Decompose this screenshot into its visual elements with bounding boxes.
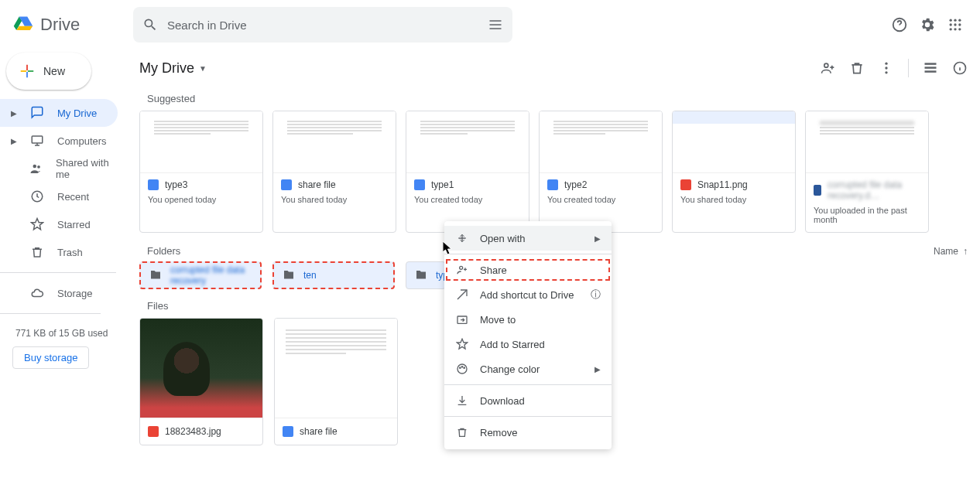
chevron-down-icon: ▼ xyxy=(199,64,207,73)
nav-label: Computers xyxy=(57,135,107,147)
app-name: Drive xyxy=(40,15,80,35)
suggested-card[interactable]: Snap11.pngYou shared today xyxy=(672,111,796,233)
nav-computers[interactable]: ▶ Computers xyxy=(0,127,118,155)
cm-move-to[interactable]: Move to xyxy=(444,307,612,332)
list-view-icon[interactable] xyxy=(923,60,938,76)
tune-icon[interactable] xyxy=(488,17,503,32)
share-person-icon[interactable] xyxy=(820,60,835,76)
logo-area[interactable]: Drive xyxy=(6,14,133,36)
cm-add-shortcut[interactable]: Add shortcut to Drive ⓘ xyxy=(444,282,612,307)
drive-logo-icon xyxy=(12,14,34,36)
person-add-icon xyxy=(455,264,469,276)
folder-item[interactable]: typ xyxy=(406,261,446,289)
svg-point-4 xyxy=(950,23,952,26)
nav-starred[interactable]: ▶ Starred xyxy=(0,210,118,238)
folder-item[interactable]: ten xyxy=(272,261,395,289)
trash-icon[interactable] xyxy=(849,60,865,76)
star-icon xyxy=(455,338,469,350)
nav: ▶ My Drive ▶ Computers ▶ Shared with me … xyxy=(0,99,127,266)
info-icon[interactable] xyxy=(952,60,968,76)
cm-download[interactable]: Download xyxy=(444,388,612,413)
plus-icon xyxy=(19,63,36,80)
search-placeholder: Search in Drive xyxy=(167,19,478,32)
file-sub: You opened today xyxy=(148,195,255,204)
download-icon xyxy=(455,394,469,407)
nav-storage[interactable]: ▶ Storage xyxy=(0,279,118,307)
svg-rect-10 xyxy=(32,136,43,143)
open-icon xyxy=(455,232,469,244)
svg-point-5 xyxy=(954,23,956,26)
cm-change-color[interactable]: Change color ▶ xyxy=(444,356,612,381)
toolbar-actions xyxy=(820,59,968,77)
breadcrumb[interactable]: My Drive ▼ xyxy=(139,60,207,77)
docs-icon xyxy=(283,426,293,437)
palette-icon xyxy=(455,363,469,375)
suggested-card[interactable]: share fileYou shared today xyxy=(272,111,396,233)
svg-point-15 xyxy=(885,63,887,65)
folder-icon xyxy=(414,268,428,282)
nav-trash[interactable]: ▶ Trash xyxy=(0,238,118,266)
more-icon[interactable] xyxy=(879,60,894,76)
nav-my-drive[interactable]: ▶ My Drive xyxy=(0,99,118,127)
cm-add-starred[interactable]: Add to Starred xyxy=(444,332,612,356)
svg-point-8 xyxy=(954,28,956,30)
help-icon[interactable] xyxy=(890,15,909,34)
cm-label: Share xyxy=(480,264,507,276)
svg-point-16 xyxy=(885,67,887,69)
thumb xyxy=(275,319,397,418)
nav2: ▶ Storage xyxy=(0,279,127,307)
folder-item[interactable]: corrupted file data recovery xyxy=(139,261,262,289)
sort-button[interactable]: Name↑ xyxy=(934,246,968,257)
cm-share[interactable]: Share xyxy=(444,258,612,282)
thumb xyxy=(273,111,396,173)
file-name: Snap11.png xyxy=(697,179,748,190)
star-icon xyxy=(29,217,45,231)
shortcut-icon xyxy=(455,288,469,301)
trash-icon xyxy=(455,426,469,438)
main-header: My Drive ▼ xyxy=(139,49,968,87)
gear-icon[interactable] xyxy=(918,15,937,34)
suggested-card[interactable]: corrupted file data recovery.d…You uploa… xyxy=(805,111,929,233)
svg-point-1 xyxy=(950,19,952,22)
svg-rect-19 xyxy=(925,67,937,69)
svg-point-2 xyxy=(954,19,956,22)
file-name: 18823483.jpg xyxy=(165,426,221,437)
clock-icon xyxy=(29,189,45,203)
cm-open-with[interactable]: Open with ▶ xyxy=(444,226,612,251)
drive-icon xyxy=(29,106,45,120)
file-name: corrupted file data recovery.d… xyxy=(828,179,920,201)
cm-remove[interactable]: Remove xyxy=(444,420,612,445)
nav-label: Trash xyxy=(57,247,83,258)
cm-label: Add to Starred xyxy=(480,339,545,350)
folder-name: corrupted file data recovery xyxy=(170,264,252,286)
search-bar[interactable]: Search in Drive xyxy=(133,7,512,43)
svg-point-7 xyxy=(950,28,952,30)
file-name: type1 xyxy=(431,179,454,190)
docs-icon xyxy=(547,179,558,190)
info-icon: ⓘ xyxy=(591,288,601,302)
suggested-card[interactable]: type2You created today xyxy=(539,111,663,233)
svg-rect-18 xyxy=(925,63,937,65)
file-sub: You created today xyxy=(547,195,654,204)
suggested-card[interactable]: type1You created today xyxy=(406,111,529,233)
file-item[interactable]: 18823483.jpg xyxy=(139,318,263,445)
context-menu: Open with ▶ Share Add shortcut to Drive … xyxy=(444,221,612,449)
new-button[interactable]: New xyxy=(6,53,91,90)
cm-label: Remove xyxy=(480,427,517,438)
arrow-right-icon: ▶ xyxy=(595,365,601,374)
file-name: share file xyxy=(300,426,338,437)
docs-icon xyxy=(414,179,425,190)
thumb xyxy=(406,111,529,173)
svg-point-14 xyxy=(824,63,828,67)
folders-label: Folders xyxy=(147,245,180,257)
cm-label: Move to xyxy=(480,314,516,326)
suggested-card[interactable]: type3You opened today xyxy=(139,111,263,233)
svg-point-22 xyxy=(460,266,463,269)
file-item[interactable]: share file xyxy=(274,318,398,445)
folder-icon xyxy=(282,268,296,282)
buy-storage-button[interactable]: Buy storage xyxy=(12,346,89,369)
new-label: New xyxy=(43,65,65,77)
nav-shared[interactable]: ▶ Shared with me xyxy=(0,155,118,183)
apps-icon[interactable] xyxy=(946,15,965,34)
nav-recent[interactable]: ▶ Recent xyxy=(0,183,118,210)
